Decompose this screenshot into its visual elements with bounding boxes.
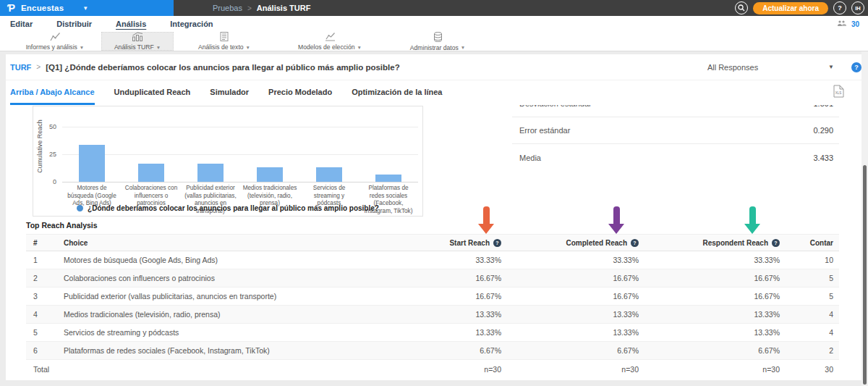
chevron-down-icon: ▼ xyxy=(828,64,834,70)
column-header-choice: Choice xyxy=(64,239,388,247)
nav-item-distribuir[interactable]: Distribuir xyxy=(56,20,92,28)
responses-filter-dropdown[interactable]: All Responses ▼ xyxy=(637,63,834,72)
start-reach-cell: 16.67% xyxy=(388,274,504,282)
tab-arriba-abajo-alcance[interactable]: Arriba / Abajo Alcance xyxy=(10,88,95,105)
help-button[interactable]: ? xyxy=(833,1,846,14)
export-xls-button[interactable]: XLS xyxy=(833,85,844,99)
toolbar-administrar-datos[interactable]: Administrar datos▼ xyxy=(385,32,490,51)
table-title: Top Reach Analysis xyxy=(26,221,98,230)
choice-cell: Colaboraciones con influencers o patroci… xyxy=(64,274,388,282)
line-chart-icon xyxy=(50,32,61,43)
tab-optimizacion-de-la-linea[interactable]: Optimización de la línea xyxy=(352,88,442,105)
turf-chart-icon xyxy=(132,32,143,43)
stat-row-error-estandar: Error estándar 0.290 xyxy=(512,117,839,144)
chevron-down-icon: ▼ xyxy=(357,45,361,50)
turf-breadcrumb-link[interactable]: TURF xyxy=(10,63,31,72)
update-now-button[interactable]: Actualizar ahora xyxy=(753,2,828,14)
scrollbar-thumb[interactable] xyxy=(863,165,867,385)
questionpro-logo-icon: Ƥ xyxy=(7,3,15,13)
question-bar: TURF > [Q1] ¿Dónde deberíamos colocar lo… xyxy=(6,54,861,80)
turf-tabs: XLS Arriba / Abajo AlcanceUnduplicated R… xyxy=(6,80,861,105)
people-icon xyxy=(837,20,847,28)
chevron-down-icon: ▼ xyxy=(246,45,250,50)
completed-reach-cell: 6.67% xyxy=(504,346,642,355)
legend-marker-icon xyxy=(77,205,83,211)
header-breadcrumb: Pruebas > Análisis TURF xyxy=(213,4,310,12)
stat-row-media: Media 3.433 xyxy=(512,144,839,171)
chart-bar-2[interactable] xyxy=(138,164,164,182)
top-header: Ƥ Encuestas ▼ Pruebas > Análisis TURF Ac… xyxy=(0,0,868,16)
app-logo-block[interactable]: Ƥ Encuestas ▼ xyxy=(0,0,174,16)
y-axis-tick: 0 xyxy=(38,178,56,185)
completed-reach-arrow xyxy=(608,206,624,234)
nav-item-editar[interactable]: Editar xyxy=(10,20,33,28)
column-header-respondent-reach: Respondent Reach? xyxy=(642,239,783,247)
respondent-reach-cell: 16.67% xyxy=(642,274,783,282)
question-help-button[interactable]: ? xyxy=(851,62,861,72)
table-row: 4 Medios tradicionales (televisión, radi… xyxy=(26,306,839,324)
table-row: 6 Plataformas de redes sociales (Faceboo… xyxy=(26,342,839,360)
nav-item-analisis[interactable]: Análisis xyxy=(116,20,146,28)
search-button[interactable] xyxy=(735,1,748,14)
breadcrumb-parent[interactable]: Pruebas xyxy=(213,4,242,12)
help-icon[interactable]: ? xyxy=(493,239,501,247)
respondent-reach-cell: 13.33% xyxy=(642,328,783,337)
stat-row-desviacion-estandar: Desviación estándar 1.591 xyxy=(512,105,839,117)
y-axis-tick: 25 xyxy=(38,151,56,158)
tab-unduplicated-reach[interactable]: Unduplicated Reach xyxy=(114,88,191,105)
main-panel: TURF > [Q1] ¿Dónde deberíamos colocar lo… xyxy=(6,54,861,380)
chevron-down-icon: ▼ xyxy=(80,45,84,50)
respondents-count[interactable]: 30 xyxy=(851,20,859,28)
breadcrumb-separator: > xyxy=(36,63,41,71)
tab-precio-modelado[interactable]: Precio Modelado xyxy=(268,88,332,105)
count-cell: 4 xyxy=(783,310,839,319)
table-header-row: #ChoiceStart Reach?Completed Reach?Respo… xyxy=(26,234,839,251)
start-reach-cell: 13.33% xyxy=(388,310,504,319)
choice-cell: Motores de búsqueda (Google Ads, Bing Ad… xyxy=(64,256,388,264)
y-axis-title: Cumulative Reach xyxy=(36,106,43,190)
respondent-reach-cell: 33.33% xyxy=(642,256,783,264)
respondent-reach-cell: 16.67% xyxy=(642,292,783,301)
table-total-row: Total n=30 n=30 n=30 30 xyxy=(26,360,839,379)
choice-chart-icon xyxy=(325,32,336,43)
cumulative-reach-chart: Cumulative Reach 50 25 0 Motores de búsq… xyxy=(33,106,423,217)
table-row: 3 Publicidad exterior (vallas publicitar… xyxy=(26,288,839,306)
choice-cell: Medios tradicionales (televisión, radio,… xyxy=(64,310,388,319)
completed-reach-cell: 13.33% xyxy=(504,328,642,337)
top-reach-table: #ChoiceStart Reach?Completed Reach?Respo… xyxy=(26,234,839,379)
start-reach-cell: 6.67% xyxy=(388,346,504,355)
toolbar-analisis-turf[interactable]: Análisis TURF▼ xyxy=(101,32,174,51)
chart-legend[interactable]: ¿Dónde deberíamos colocar los anuncios p… xyxy=(33,204,422,212)
avatar[interactable]: IH xyxy=(851,1,864,14)
nav-item-integracion[interactable]: Integración xyxy=(170,20,213,28)
respondents-indicator[interactable]: 30 xyxy=(837,20,859,28)
respondent-reach-arrow xyxy=(744,206,760,234)
tab-simulador[interactable]: Simulador xyxy=(210,88,249,105)
chart-bar-3[interactable] xyxy=(197,164,224,182)
statistics-panel: Desviación estándar 1.591 Error estándar… xyxy=(512,105,839,171)
question-title: [Q1] ¿Dónde deberíamos colocar los anunc… xyxy=(46,63,400,72)
header-actions: Actualizar ahora ? IH xyxy=(735,1,868,14)
toolbar-modelos-de-eleccion[interactable]: Modelos de elección▼ xyxy=(275,32,385,51)
chart-bar-1[interactable] xyxy=(79,145,105,182)
table-row: 2 Colaboraciones con influencers o patro… xyxy=(26,269,839,288)
chart-bar-6[interactable] xyxy=(375,175,401,182)
help-icon[interactable]: ? xyxy=(772,239,780,247)
chart-bar-4[interactable] xyxy=(257,167,283,182)
completed-reach-cell: 16.67% xyxy=(504,274,642,282)
column-header-contar: Contar xyxy=(783,239,839,247)
responses-filter-value: All Responses xyxy=(637,63,828,72)
breadcrumb-separator: > xyxy=(247,4,252,12)
count-cell: 2 xyxy=(783,346,839,355)
svg-text:XLS: XLS xyxy=(835,91,842,95)
completed-reach-cell: 13.33% xyxy=(504,310,642,319)
help-icon[interactable]: ? xyxy=(631,239,639,247)
analysis-content: Cumulative Reach 50 25 0 Motores de búsq… xyxy=(6,105,861,380)
column-header-start-reach: Start Reach? xyxy=(388,239,504,247)
toolbar-analisis-de-texto[interactable]: Análisis de texto▼ xyxy=(174,32,275,51)
respondent-reach-cell: 6.67% xyxy=(642,346,783,355)
toolbar-informes-y-analisis[interactable]: Informes y análisis▼ xyxy=(9,32,101,51)
completed-reach-cell: 33.33% xyxy=(504,256,642,264)
breadcrumb-current: Análisis TURF xyxy=(257,4,311,12)
chart-bar-5[interactable] xyxy=(316,167,342,182)
